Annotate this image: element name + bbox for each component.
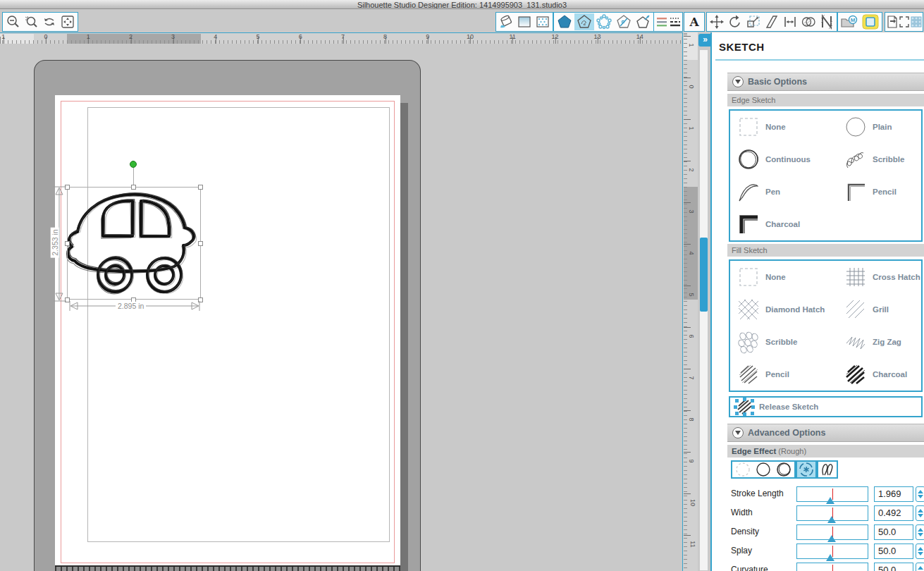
ruler-label: 4 [688, 251, 695, 254]
collapse-section-icon[interactable] [732, 76, 744, 87]
ruler-label: 12 [551, 33, 558, 40]
splay-value[interactable]: 50.0 [874, 544, 913, 559]
edge-effect-none-plain-continuous[interactable] [731, 460, 796, 479]
edge-effect-rough[interactable] [796, 460, 817, 479]
release-sketch-button[interactable]: Release Sketch [729, 396, 923, 417]
slider-thumb[interactable] [827, 531, 836, 542]
edge-sketch-option-plain[interactable]: Plain [843, 111, 892, 143]
move-icon[interactable] [708, 13, 726, 30]
selection-handle-ne[interactable] [198, 185, 203, 190]
density-label: Density [731, 527, 759, 536]
curvature-slider[interactable] [796, 563, 868, 571]
spinner-up-icon[interactable] [918, 544, 923, 551]
slider-thumb[interactable] [826, 550, 834, 561]
fill-sketch-option-diamondhatch[interactable]: Diamond Hatch [736, 293, 825, 326]
shear-icon[interactable] [763, 13, 781, 30]
splay-spinner[interactable] [916, 544, 924, 559]
stroke-length-spinner[interactable] [916, 486, 924, 502]
curvature-value[interactable]: 50.0 [874, 563, 913, 571]
spacing-icon[interactable] [781, 13, 799, 30]
text-tool-icon[interactable]: A [685, 13, 703, 30]
scale-icon[interactable] [744, 13, 763, 30]
fill-gradient-icon[interactable] [515, 13, 534, 30]
page-setup-icon[interactable] [886, 13, 898, 30]
registration-marks-icon[interactable] [898, 13, 910, 30]
nest-icon[interactable] [818, 13, 836, 30]
library-icon[interactable]: M [839, 13, 860, 30]
density-spinner[interactable] [916, 524, 924, 540]
line-color-icon[interactable] [655, 13, 668, 30]
pencil-hatch-icon [736, 362, 761, 387]
rhinestone-window-icon[interactable] [594, 13, 614, 30]
width-value[interactable]: 0.492 [874, 505, 913, 521]
active-document-icon[interactable] [860, 13, 881, 30]
zoom-out-icon[interactable] [4, 13, 22, 30]
width-dimension-label: 2.895 in [116, 302, 146, 310]
slider-thumb[interactable] [827, 512, 836, 523]
advanced-options-header[interactable]: Advanced Options [727, 424, 924, 442]
stroke-length-slider[interactable] [796, 486, 868, 502]
width-slider[interactable] [796, 505, 868, 521]
rotation-handle-line [133, 168, 134, 187]
edge-sketch-option-none[interactable]: None [736, 111, 786, 143]
fill-sketch-option-charcoal[interactable]: Charcoal [843, 358, 907, 391]
collapse-section-icon[interactable] [732, 427, 744, 438]
vertical-scrollbar-thumb[interactable] [700, 238, 708, 312]
continuous-circle-icon[interactable] [775, 461, 792, 478]
density-slider[interactable] [796, 524, 868, 540]
edge-sketch-option-scribble[interactable]: Scribble [843, 143, 904, 176]
fit-to-page-icon[interactable] [58, 13, 77, 30]
zoom-selection-icon[interactable] [22, 13, 40, 30]
fill-sketch-option-crosshatch[interactable]: Cross Hatch [843, 261, 920, 293]
spinner-up-icon[interactable] [918, 506, 923, 512]
spinner-up-icon[interactable] [918, 563, 923, 570]
plain-circle-icon[interactable] [755, 461, 772, 478]
spinner-up-icon[interactable] [918, 487, 923, 493]
fill-sketch-option-none[interactable]: None [736, 261, 786, 293]
offset-window-icon[interactable] [634, 13, 653, 30]
pan-icon[interactable] [40, 13, 58, 30]
grid-icon[interactable] [910, 13, 922, 30]
fill-sketch-option-scribble[interactable]: Scribble [736, 326, 797, 358]
loops-icon [819, 461, 836, 478]
slider-thumb[interactable] [826, 493, 834, 504]
edge-sketch-option-charcoal[interactable]: Charcoal [736, 208, 800, 240]
edge-sketch-option-continuous[interactable]: Continuous [736, 143, 811, 176]
line-style-window-icon[interactable] [555, 13, 574, 30]
ruler-label: 6 [688, 334, 695, 338]
fill-pattern-icon[interactable] [534, 13, 552, 30]
weld-icon[interactable] [799, 13, 818, 30]
spinner-down-icon[interactable] [918, 552, 923, 558]
density-value[interactable]: 50.0 [874, 524, 913, 540]
stroke-length-value[interactable]: 1.969 [874, 486, 913, 502]
none-dashed-circle-icon[interactable] [734, 461, 751, 478]
ruler-label: 4 [214, 33, 217, 40]
width-spinner[interactable] [916, 505, 924, 521]
selection-box[interactable] [67, 187, 201, 300]
curvature-spinner[interactable] [916, 563, 924, 571]
spinner-down-icon[interactable] [918, 495, 923, 501]
sketch-window-icon[interactable] [574, 13, 594, 30]
rotation-handle[interactable] [130, 161, 137, 168]
option-label: Zig Zag [873, 338, 901, 346]
line-style-icon[interactable] [668, 13, 682, 30]
knife-window-icon[interactable] [614, 13, 634, 30]
fill-sketch-option-pencil[interactable]: Pencil [736, 358, 789, 391]
canvas[interactable]: 2.353 in 2.895 in [0, 44, 682, 571]
spinner-down-icon[interactable] [918, 533, 923, 539]
fill-sketch-option-grill[interactable]: Grill [843, 293, 889, 326]
selection-handle-n[interactable] [131, 185, 136, 190]
fill-color-icon[interactable] [497, 13, 515, 30]
selection-handle-e[interactable] [198, 241, 203, 246]
main-toolbar: A M [0, 9, 924, 32]
fill-sketch-option-zigzag[interactable]: Zig Zag [843, 326, 901, 358]
splay-slider[interactable] [796, 544, 868, 559]
edge-sketch-option-pen[interactable]: Pen [736, 176, 780, 208]
spinner-down-icon[interactable] [918, 514, 923, 520]
basic-options-header[interactable]: Basic Options [727, 73, 924, 91]
option-label: Charcoal [765, 220, 800, 228]
edge-sketch-option-pencil[interactable]: Pencil [843, 176, 897, 208]
spinner-up-icon[interactable] [918, 525, 923, 532]
rotate-icon[interactable] [726, 13, 744, 30]
edge-effect-loops[interactable] [817, 460, 838, 479]
